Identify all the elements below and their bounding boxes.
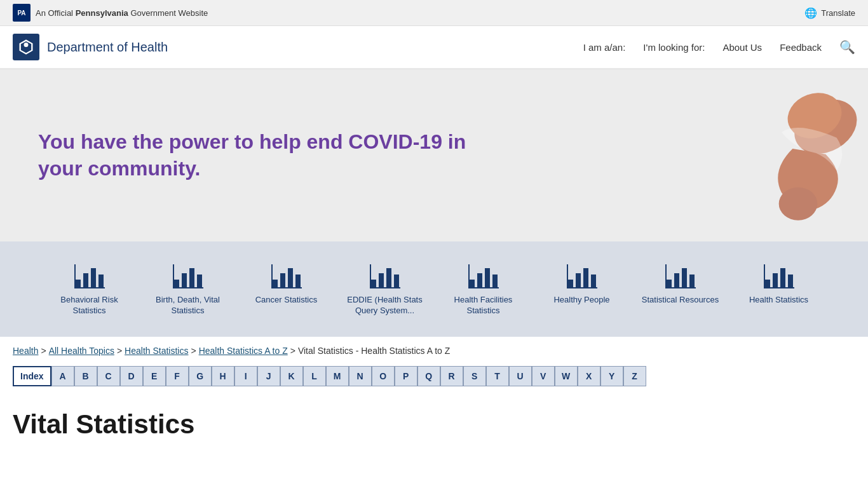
svg-rect-14 <box>173 264 174 287</box>
official-gov-label: PA An Official Pennsylvania Government W… <box>13 4 208 22</box>
tile-behavioral-risk-label: Behavioral Risk Statistics <box>46 295 132 316</box>
svg-rect-19 <box>271 287 302 288</box>
hero-banner: You have the power to help end COVID-19 … <box>0 70 868 241</box>
svg-rect-5 <box>91 268 96 287</box>
svg-rect-29 <box>485 268 490 287</box>
breadcrumb-sep-3: > <box>191 346 196 356</box>
breadcrumb-health-statistics-az[interactable]: Health Statistics A to Z <box>199 346 288 356</box>
site-header: Department of Health I am a/an: I'm look… <box>0 26 868 70</box>
search-button[interactable]: 🔍 <box>839 39 855 55</box>
official-text: An Official Pennsylvania Government Webs… <box>36 8 208 18</box>
svg-rect-6 <box>98 274 104 287</box>
flex-arm-illustration <box>715 83 868 241</box>
alpha-btn-f[interactable]: F <box>166 366 189 386</box>
svg-rect-48 <box>788 274 793 287</box>
alpha-btn-w[interactable]: W <box>555 366 578 386</box>
alpha-btn-index[interactable]: Index <box>13 366 51 386</box>
svg-rect-39 <box>667 280 672 287</box>
nav-looking-for[interactable]: I'm looking for: <box>643 42 705 53</box>
nav-tiles-bar: Behavioral Risk Statistics Birth, Death,… <box>0 241 868 337</box>
svg-rect-35 <box>583 268 588 287</box>
nav-i-am-an[interactable]: I am a/an: <box>583 42 626 53</box>
alpha-btn-g[interactable]: G <box>189 366 212 386</box>
svg-rect-38 <box>567 264 568 287</box>
alpha-btn-r[interactable]: R <box>440 366 463 386</box>
tile-cancer-stats[interactable]: Cancer Statistics <box>237 254 336 324</box>
tile-healthy-people[interactable]: Healthy People <box>532 254 631 324</box>
breadcrumb-health[interactable]: Health <box>13 346 38 356</box>
alpha-btn-p[interactable]: P <box>395 366 417 386</box>
svg-rect-8 <box>74 264 76 287</box>
tile-health-statistics[interactable]: Health Statistics <box>729 254 828 324</box>
svg-rect-25 <box>370 287 400 288</box>
birth-death-vital-icon <box>172 262 205 290</box>
svg-rect-15 <box>273 280 278 287</box>
tile-health-facilities-label: Health Facilities Statistics <box>440 295 526 316</box>
tile-eddie[interactable]: EDDIE (Health Stats Query System... <box>336 254 434 324</box>
alpha-btn-s[interactable]: S <box>463 366 486 386</box>
svg-rect-36 <box>591 274 596 287</box>
alpha-btn-v[interactable]: V <box>532 366 555 386</box>
alpha-btn-y[interactable]: Y <box>600 366 623 386</box>
tile-eddie-label: EDDIE (Health Stats Query System... <box>342 295 428 316</box>
header-logo-area: Department of Health <box>13 34 168 60</box>
statistical-resources-icon <box>664 262 697 290</box>
tile-behavioral-risk[interactable]: Behavioral Risk Statistics <box>40 254 139 324</box>
alpha-btn-q[interactable]: Q <box>417 366 440 386</box>
svg-rect-27 <box>470 280 475 287</box>
svg-rect-41 <box>682 268 687 287</box>
alpha-btn-l[interactable]: L <box>303 366 326 386</box>
tile-statistical-resources-label: Statistical Resources <box>642 295 719 306</box>
svg-rect-31 <box>468 287 499 288</box>
nav-feedback[interactable]: Feedback <box>780 42 822 53</box>
nav-about-us[interactable]: About Us <box>722 42 762 53</box>
tile-health-statistics-label: Health Statistics <box>749 295 808 306</box>
hero-image <box>690 70 868 241</box>
alpha-btn-x[interactable]: X <box>578 366 600 386</box>
alpha-btn-z[interactable]: Z <box>623 366 646 386</box>
alpha-btn-c[interactable]: C <box>97 366 120 386</box>
dept-name: Department of Health <box>47 40 168 55</box>
dept-logo <box>13 34 39 60</box>
translate-button[interactable]: 🌐 Translate <box>804 7 855 19</box>
tile-health-facilities[interactable]: Health Facilities Statistics <box>434 254 532 324</box>
svg-rect-7 <box>74 287 105 288</box>
svg-rect-24 <box>394 274 399 287</box>
translate-label: Translate <box>821 8 855 18</box>
svg-rect-43 <box>665 287 696 288</box>
alpha-btn-t[interactable]: T <box>486 366 509 386</box>
alpha-btn-o[interactable]: O <box>372 366 395 386</box>
alpha-btn-h[interactable]: H <box>212 366 234 386</box>
search-icon: 🔍 <box>839 39 855 55</box>
alpha-btn-d[interactable]: D <box>120 366 143 386</box>
dept-logo-icon <box>17 38 35 56</box>
alpha-btn-b[interactable]: B <box>74 366 97 386</box>
breadcrumb-all-health-topics[interactable]: All Health Topics <box>49 346 114 356</box>
breadcrumb-sep-4: > <box>290 346 295 356</box>
eddie-icon <box>369 262 402 290</box>
svg-rect-47 <box>780 268 785 287</box>
alpha-btn-i[interactable]: I <box>234 366 257 386</box>
alpha-btn-u[interactable]: U <box>509 366 532 386</box>
svg-rect-18 <box>295 274 301 287</box>
alpha-btn-m[interactable]: M <box>326 366 349 386</box>
svg-rect-32 <box>468 264 470 287</box>
alpha-btn-a[interactable]: A <box>51 366 74 386</box>
breadcrumb-sep-2: > <box>117 346 122 356</box>
alpha-btn-n[interactable]: N <box>349 366 372 386</box>
svg-rect-23 <box>386 268 391 287</box>
svg-rect-30 <box>492 274 498 287</box>
alpha-btn-j[interactable]: J <box>257 366 280 386</box>
health-statistics-icon <box>763 262 796 290</box>
tile-healthy-people-label: Healthy People <box>553 295 609 306</box>
svg-rect-28 <box>477 273 482 287</box>
tile-birth-death-vital[interactable]: Birth, Death, Vital Statistics <box>139 254 237 324</box>
svg-rect-9 <box>174 280 179 287</box>
pa-logo: PA <box>13 4 31 22</box>
breadcrumb-health-statistics[interactable]: Health Statistics <box>125 346 188 356</box>
alpha-btn-e[interactable]: E <box>143 366 166 386</box>
svg-point-2 <box>779 187 818 220</box>
alpha-btn-k[interactable]: K <box>280 366 303 386</box>
tile-statistical-resources[interactable]: Statistical Resources <box>631 254 729 324</box>
healthy-people-icon <box>566 262 599 290</box>
